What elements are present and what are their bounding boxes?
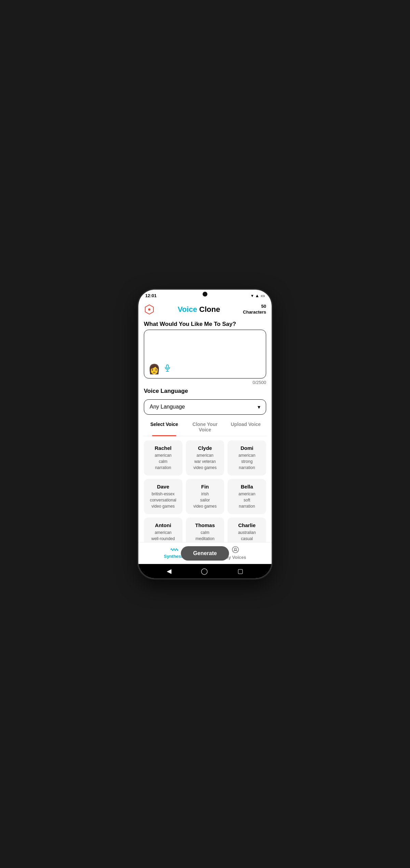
input-label: What Would You Like Me To Say?	[138, 318, 272, 330]
language-selected: Any Language	[150, 404, 185, 410]
android-recent-btn[interactable]: ▢	[237, 567, 243, 575]
status-bar: 12:01 ▾ ▲ ▭	[138, 290, 272, 300]
voice-tags: australiancasual	[230, 529, 263, 542]
voice-card-thomas[interactable]: Thomas calmmeditation	[186, 518, 224, 542]
voice-name: Domi	[230, 445, 263, 451]
tabs-container: Select Voice Clone Your Voice Upload Voi…	[144, 418, 266, 436]
voice-name: Dave	[147, 484, 180, 490]
tab-clone-voice[interactable]: Clone Your Voice	[184, 418, 225, 436]
voice-card-charlie[interactable]: Charlie australiancasual	[228, 518, 266, 542]
status-right-icons: ▾ ▲ ▭	[251, 293, 265, 298]
voice-name: Fin	[189, 484, 222, 490]
voice-card-rachel[interactable]: Rachel americancalmnarration	[144, 440, 182, 476]
voice-card-domi[interactable]: Domi americanstrongnarration	[228, 440, 266, 476]
signal-icon: ▲	[255, 293, 259, 298]
voice-name: Antoni	[147, 522, 180, 528]
wave-icon	[170, 547, 178, 552]
header-logo	[144, 304, 155, 315]
voice-tags: calmmeditation	[189, 529, 222, 542]
app-header: Voice Clone 50Characters	[138, 300, 272, 318]
phone-frame: 12:01 ▾ ▲ ▭ Voice Clone	[138, 290, 272, 578]
voice-name: Bella	[230, 484, 263, 490]
avatar-emoji: 👩	[148, 363, 160, 375]
voice-tags: irishsailorvideo games	[189, 491, 222, 509]
voice-tags: americanstrongnarration	[230, 452, 263, 471]
voice-grid: Rachel americancalmnarration Clyde ameri…	[138, 436, 272, 542]
text-input-icons: 👩	[148, 363, 262, 375]
voice-tags: british-essexconversationalvideo games	[147, 491, 180, 509]
title-clone: Clone	[197, 305, 220, 314]
voice-tags: americanwar veteranvideo games	[189, 452, 222, 471]
tab-select-voice[interactable]: Select Voice	[144, 418, 184, 436]
voice-card-antoni[interactable]: Antoni americanwell-rounded	[144, 518, 182, 542]
hex-icon	[144, 304, 155, 315]
char-count: 0/2500	[138, 378, 272, 385]
svg-point-1	[148, 308, 150, 311]
voice-name: Rachel	[147, 445, 180, 451]
my-voices-icon	[232, 546, 239, 553]
phone-screen: 12:01 ▾ ▲ ▭ Voice Clone	[138, 290, 272, 578]
voice-tags: americanwell-rounded	[147, 529, 180, 542]
android-nav: ◀ ◯ ▢	[138, 564, 272, 578]
scroll-content[interactable]: Voice Clone 50Characters What Would You …	[138, 300, 272, 542]
android-home-btn[interactable]: ◯	[201, 567, 208, 575]
chevron-down-icon: ▾	[258, 404, 260, 410]
language-select[interactable]: Any Language ▾	[144, 399, 266, 415]
battery-icon: ▭	[261, 293, 265, 298]
voice-name: Clyde	[189, 445, 222, 451]
text-input[interactable]	[148, 333, 262, 361]
voice-card-fin[interactable]: Fin irishsailorvideo games	[186, 479, 224, 514]
tab-upload-voice[interactable]: Upload Voice	[226, 418, 266, 436]
voice-card-clyde[interactable]: Clyde americanwar veteranvideo games	[186, 440, 224, 476]
voice-card-dave[interactable]: Dave british-essexconversationalvideo ga…	[144, 479, 182, 514]
voice-name: Thomas	[189, 522, 222, 528]
mic-button[interactable]	[164, 364, 171, 374]
header-chars: 50Characters	[243, 304, 266, 315]
svg-rect-2	[166, 365, 168, 368]
language-label: Voice Language	[138, 385, 272, 397]
voice-name: Charlie	[230, 522, 263, 528]
title-voice: Voice	[178, 305, 197, 314]
status-time: 12:01	[145, 293, 156, 298]
android-back-btn[interactable]: ◀	[167, 567, 172, 575]
app-title: Voice Clone	[155, 305, 243, 314]
mic-svg-icon	[164, 364, 171, 372]
generate-button[interactable]: Generate	[181, 546, 229, 561]
svg-point-5	[232, 547, 238, 553]
text-input-container[interactable]: 👩	[144, 330, 266, 378]
camera-notch	[203, 292, 207, 297]
bottom-nav: Synthesis Generate My Voices	[138, 542, 272, 564]
voice-tags: americancalmnarration	[147, 452, 180, 471]
wifi-icon: ▾	[251, 293, 254, 298]
voice-tags: americansoftnarration	[230, 491, 263, 509]
voice-card-bella[interactable]: Bella americansoftnarration	[228, 479, 266, 514]
